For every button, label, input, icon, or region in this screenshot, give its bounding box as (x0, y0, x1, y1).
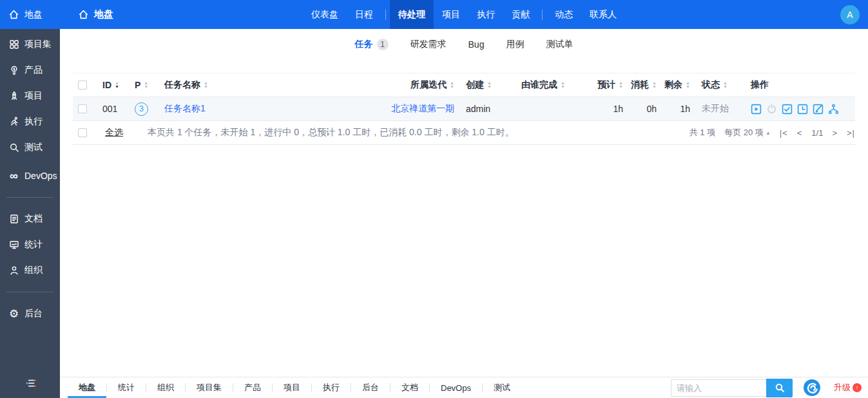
tab-testtask[interactable]: 测试单 (546, 39, 573, 50)
column-label: 预计 (597, 79, 615, 91)
avatar[interactable]: A (840, 5, 860, 24)
column-label: 剩余 (664, 79, 682, 91)
sort-icon: ▲▼ (487, 81, 492, 89)
sidebar-item-devops[interactable]: ∞ DevOps (0, 163, 60, 189)
per-page-selector[interactable]: 每页 20 项 ▲ (724, 127, 771, 138)
sidebar-footer (0, 371, 60, 398)
first-page-icon[interactable]: |< (780, 128, 788, 138)
sidebar-item-label: 组织 (24, 265, 43, 276)
column-label: 任务名称 (164, 79, 200, 91)
column-header-consumed[interactable]: 消耗 ▲▼ (631, 79, 657, 91)
column-header-finished-by[interactable]: 由谁完成 ▲▼ (521, 79, 565, 91)
tab-count-badge: 1 (377, 39, 389, 50)
column-header-name[interactable]: 任务名称 ▲▼ (164, 79, 208, 91)
sidebar-item-dashboard[interactable]: 地盘 (0, 0, 60, 29)
play-icon[interactable] (751, 104, 762, 115)
footer-item-project[interactable]: 项目 (273, 377, 311, 398)
upgrade-link[interactable]: 升级 ↑ (834, 382, 862, 393)
table-footer-row: 全选 本页共 1 个任务，未开始 1，进行中 0，总预计 1.0 工时，已消耗 … (73, 121, 855, 145)
footer-item-product[interactable]: 产品 (233, 377, 272, 398)
footer-item-dashboard[interactable]: 地盘 (68, 377, 106, 398)
column-label: P (135, 80, 140, 90)
sidebar-item-org[interactable]: 组织 (0, 258, 60, 283)
next-page-icon[interactable]: > (832, 128, 838, 138)
search-icon (775, 383, 785, 393)
column-label: 创建 (466, 79, 484, 91)
sidebar-item-admin[interactable]: ⚙ 后台 (0, 301, 60, 327)
select-all-checkbox[interactable] (78, 81, 87, 90)
sidebar-item-qa[interactable]: 测试 (0, 135, 60, 160)
top-nav-todo[interactable]: 待处理 (390, 0, 434, 29)
column-header-iteration[interactable]: 所属迭代 ▲▼ (410, 79, 454, 91)
column-header-id[interactable]: ID ▲▼ (102, 80, 119, 90)
tab-bug[interactable]: Bug (468, 39, 485, 50)
document-icon (8, 214, 19, 225)
select-all-checkbox[interactable] (78, 128, 87, 137)
column-header-left[interactable]: 剩余 ▲▼ (664, 79, 690, 91)
search-input[interactable] (671, 379, 766, 397)
tab-label: 用例 (506, 39, 524, 50)
tab-task[interactable]: 任务 1 (355, 39, 389, 50)
top-nav-calendar[interactable]: 日程 (347, 0, 381, 29)
fork-icon[interactable] (828, 104, 839, 115)
column-header-status[interactable]: 状态 ▲▼ (702, 79, 728, 91)
power-icon[interactable] (766, 104, 777, 115)
sidebar: 地盘 项目集 产品 项目 执行 (0, 0, 60, 398)
prev-page-icon[interactable]: < (797, 128, 803, 138)
column-label: ID (102, 80, 111, 90)
top-nav-contribution[interactable]: 贡献 (503, 0, 538, 29)
sidebar-item-report[interactable]: 统计 (0, 232, 60, 258)
task-table: ID ▲▼ P ▲▼ 任务名称 ▲▼ (73, 73, 855, 145)
sidebar-item-project[interactable]: 项目 (0, 83, 60, 109)
column-header-estimate[interactable]: 预计 ▲▼ (597, 79, 623, 91)
footer-item-execution[interactable]: 执行 (312, 377, 351, 398)
consumed-hours: 0h (646, 104, 657, 114)
top-nav-dashboard[interactable]: 仪表盘 (303, 0, 347, 29)
nav-divider (385, 10, 386, 20)
sidebar-item-execution[interactable]: 执行 (0, 109, 60, 135)
top-nav-project[interactable]: 项目 (434, 0, 468, 29)
collapse-menu-icon[interactable] (24, 377, 36, 392)
search-button[interactable] (766, 379, 793, 397)
pagination: 共 1 项 每页 20 项 ▲ |< < 1/1 > >| (690, 127, 855, 138)
footer-item-org[interactable]: 组织 (146, 377, 185, 398)
sidebar-item-program[interactable]: 项目集 (0, 32, 60, 57)
clock-icon[interactable] (797, 104, 808, 115)
page-title: 地盘 (78, 8, 113, 21)
last-page-icon[interactable]: >| (847, 128, 855, 138)
top-nav-contacts[interactable]: 联系人 (581, 0, 625, 29)
check-square-icon[interactable] (782, 104, 793, 115)
footer-item-devops[interactable]: DevOps (430, 377, 482, 398)
column-header-priority[interactable]: P ▲▼ (135, 80, 148, 90)
column-label: 由谁完成 (521, 79, 557, 91)
footer-item-admin[interactable]: 后台 (351, 377, 390, 398)
column-header-created-by[interactable]: 创建 ▲▼ (466, 79, 492, 91)
app-window: 地盘 项目集 产品 项目 执行 (0, 0, 868, 398)
task-name-link[interactable]: 任务名称1 (164, 103, 206, 115)
sidebar-item-label: 文档 (24, 213, 43, 225)
sort-icon: ▲▼ (561, 81, 565, 89)
footer-item-report[interactable]: 统计 (107, 377, 146, 398)
tabs-bar: 任务 1 研发需求 Bug 用例 测试单 (60, 29, 868, 59)
row-actions (742, 104, 855, 115)
top-nav-dynamic[interactable]: 动态 (546, 0, 581, 29)
footer-item-qa[interactable]: 测试 (483, 377, 521, 398)
column-label: 状态 (702, 79, 720, 91)
row-checkbox[interactable] (78, 104, 87, 113)
zentao-logo-icon[interactable] (803, 379, 821, 397)
bottom-bar: 地盘 统计 组织 项目集 产品 项目 执行 后台 文档 DevOps 测试 (60, 377, 868, 398)
tab-case[interactable]: 用例 (506, 39, 524, 50)
sidebar-item-doc[interactable]: 文档 (0, 206, 60, 232)
footer-item-program[interactable]: 项目集 (186, 377, 233, 398)
sort-icon: ▲▼ (450, 81, 454, 89)
sort-icon: ▲▼ (686, 81, 690, 89)
priority-badge[interactable]: 3 (135, 102, 148, 116)
select-all-link[interactable]: 全选 (105, 127, 123, 138)
top-nav-execution[interactable]: 执行 (468, 0, 503, 29)
tab-story[interactable]: 研发需求 (410, 39, 447, 50)
home-icon (8, 9, 19, 20)
edit-icon[interactable] (813, 104, 824, 115)
sidebar-item-product[interactable]: 产品 (0, 57, 60, 83)
iteration-link[interactable]: 北京禅道第一期 (391, 103, 454, 115)
footer-item-doc[interactable]: 文档 (391, 377, 429, 398)
